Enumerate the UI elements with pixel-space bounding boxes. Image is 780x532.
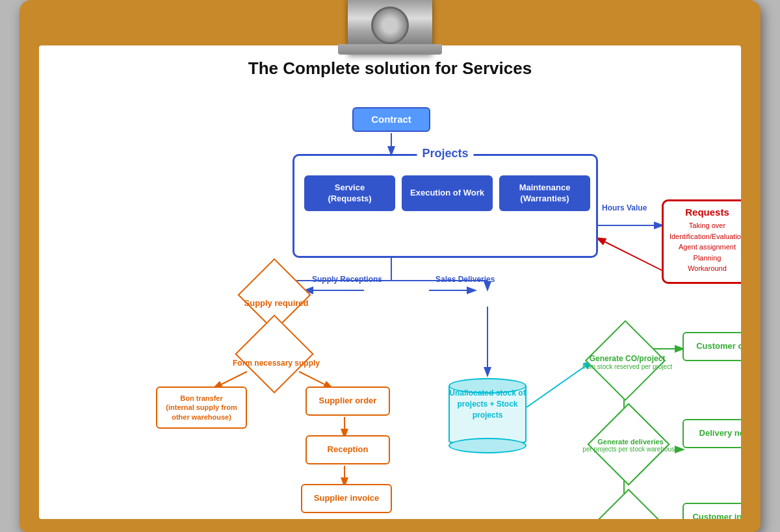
svg-line-15 xyxy=(598,238,663,271)
supplier-invoice-box: Supplier invoice xyxy=(301,484,392,513)
reception-box: Reception xyxy=(306,435,390,464)
hours-value-label: Hours Value xyxy=(602,203,647,214)
unallocated-stock-cylinder: Unallocated stock of projects + Stock pr… xyxy=(442,372,533,450)
execution-box: Execution of Work xyxy=(402,175,493,211)
generate-co-sub: from stock reserved per project xyxy=(582,363,672,370)
generate-co-label: Generate CO/project xyxy=(582,354,672,363)
customer-order-box: Customer order xyxy=(682,332,741,361)
paper: The Complete solution for Services xyxy=(39,45,741,519)
requests-sub: Taking over Identification/Evaluation Ag… xyxy=(669,220,741,274)
requests-title: Requests xyxy=(669,207,741,218)
supplier-order-box: Supplier order xyxy=(306,386,390,416)
service-box: Service (Requests) xyxy=(304,175,395,211)
unallocated-label: Unallocated stock of projects + Stock pr… xyxy=(442,388,533,420)
delivery-notes-box: Delivery notes xyxy=(682,419,741,448)
clipboard: The Complete solution for Services xyxy=(20,0,760,532)
generate-deliveries-diamond: Generate deliveries per projects per sto… xyxy=(578,412,682,477)
diagram: Contract Projects Service (Requests) Exe… xyxy=(58,89,722,519)
supply-receptions-label: Supply Receptions xyxy=(312,274,382,285)
form-necessary-diamond: Form necessary supply xyxy=(231,339,322,388)
projects-label: Projects xyxy=(417,147,473,160)
clipboard-clip xyxy=(348,0,432,53)
maintenance-box: Maintenance (Warranties) xyxy=(499,175,590,211)
bon-transfer-box: Bon transfer (internal supply from other… xyxy=(156,386,247,429)
requests-box: Requests Taking over Identification/Eval… xyxy=(662,199,741,284)
page-title: The Complete solution for Services xyxy=(58,58,722,79)
generate-co-diamond: Generate CO/project from stock reserved … xyxy=(578,329,676,394)
projects-outer-box: Projects Service (Requests) Execution of… xyxy=(292,154,598,258)
sales-deliveries-label: Sales Deliveries xyxy=(436,274,495,285)
contract-box: Contract xyxy=(352,107,430,132)
customer-invoice-box: Customer invoice xyxy=(682,503,741,519)
generate-customer-invoice-diamond: Generate customer invoice xyxy=(578,498,682,519)
generate-deliveries-sub: per projects per stock warehouse xyxy=(582,446,678,453)
generate-deliveries-label: Generate deliveries xyxy=(582,438,678,446)
